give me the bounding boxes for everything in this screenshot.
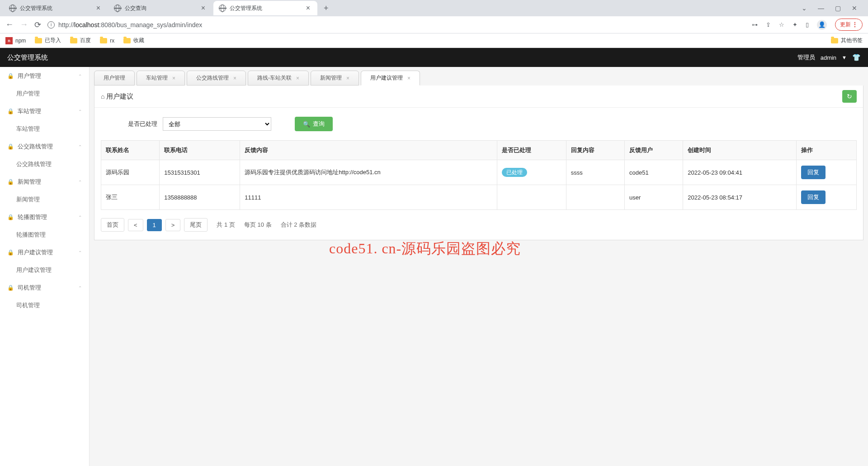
- close-icon[interactable]: ×: [233, 75, 236, 81]
- reload-icon[interactable]: ⟳: [34, 20, 41, 30]
- tab-label: 用户建议管理: [370, 74, 403, 82]
- avatar-icon[interactable]: 👤: [817, 20, 827, 30]
- chevron-down-icon[interactable]: ⌄: [802, 5, 807, 12]
- sidebar-child[interactable]: 轮播图管理: [0, 226, 89, 243]
- sidebar-child[interactable]: 用户建议管理: [0, 262, 89, 279]
- close-icon[interactable]: ×: [296, 75, 299, 81]
- globe-icon: [114, 5, 121, 12]
- folder-icon: [123, 38, 131, 43]
- extensions-icon[interactable]: ✦: [793, 21, 797, 28]
- page-next[interactable]: >: [165, 219, 181, 231]
- user-menu[interactable]: 管理员 admin ▼ 👕: [797, 53, 861, 62]
- cell-processed: 已处理: [497, 160, 566, 185]
- table-row: 张三135888888811111user2022-05-23 08:54:17…: [101, 185, 857, 210]
- refresh-button[interactable]: ↻: [842, 90, 857, 103]
- other-bookmarks[interactable]: 其他书签: [831, 37, 863, 44]
- new-tab-button[interactable]: +: [318, 4, 334, 13]
- url-text: http://localhost:8080/bus_manage_sys/adm…: [58, 21, 202, 29]
- cell-action: 回复: [797, 160, 857, 185]
- close-window-icon[interactable]: ✕: [852, 5, 857, 12]
- close-icon[interactable]: ×: [94, 4, 102, 12]
- reply-button[interactable]: 回复: [801, 190, 826, 204]
- minimize-icon[interactable]: —: [818, 5, 824, 12]
- back-icon[interactable]: ←: [5, 20, 14, 29]
- sidebar-parent[interactable]: 🔒轮播图管理⌃: [0, 208, 89, 226]
- cell-reply: ssss: [566, 160, 624, 185]
- sidebar-child[interactable]: 司机管理: [0, 297, 89, 314]
- close-icon[interactable]: ×: [199, 4, 207, 12]
- sidebar-parent[interactable]: 🔒新闻管理⌃: [0, 173, 89, 191]
- star-icon[interactable]: ☆: [779, 21, 784, 28]
- sidebar-parent[interactable]: 🔒用户管理⌃: [0, 67, 89, 85]
- tab-title: 公交查询: [125, 5, 199, 12]
- share-icon[interactable]: ⇪: [766, 21, 771, 28]
- sidebar-parent[interactable]: 🔒车站管理⌃: [0, 102, 89, 120]
- reading-list-icon[interactable]: ▯: [806, 21, 809, 28]
- page-current[interactable]: 1: [147, 219, 162, 231]
- sidebar-label: 司机管理: [18, 284, 41, 292]
- page-info: 共 1 页: [217, 221, 235, 229]
- filter-label: 是否已处理: [128, 120, 157, 128]
- watermark: code51. cn-源码乐园盗图必究: [329, 239, 521, 259]
- reply-button[interactable]: 回复: [801, 166, 826, 179]
- sidebar-parent[interactable]: 🔒公交路线管理⌃: [0, 138, 89, 156]
- filter-select[interactable]: 全部: [163, 117, 271, 131]
- sidebar-child[interactable]: 车站管理: [0, 120, 89, 138]
- table-row: 源码乐园15315315301源码乐园专注提供优质源码访问地址http://co…: [101, 160, 857, 185]
- table-header: 回复内容: [566, 141, 624, 160]
- cell-phone: 15315315301: [160, 160, 240, 185]
- close-icon[interactable]: ×: [172, 75, 175, 81]
- lock-icon: 🔒: [7, 249, 14, 256]
- key-icon[interactable]: ⊶: [752, 21, 758, 28]
- inner-tab[interactable]: 用户建议管理×: [361, 71, 420, 86]
- inner-tab[interactable]: 公交路线管理×: [187, 71, 246, 86]
- cell-name: 张三: [101, 185, 160, 210]
- tab-label: 路线-车站关联: [257, 74, 292, 82]
- content-panel: ⌂ 用户建议 ↻ 是否已处理 全部 🔍 查询 联系姓名联系电话反馈内容是否已处理…: [94, 86, 863, 240]
- bookmark-item[interactable]: 收藏: [123, 37, 144, 44]
- browser-tab[interactable]: 公交管理系统 ×: [4, 1, 108, 15]
- sidebar-child[interactable]: 公交路线管理: [0, 156, 89, 173]
- update-button[interactable]: 更新 ⋮: [835, 19, 863, 31]
- sidebar-child[interactable]: 用户管理: [0, 85, 89, 102]
- cell-created: 2022-05-23 09:04:41: [683, 160, 797, 185]
- chevron-down-icon: ▼: [842, 55, 847, 60]
- query-button[interactable]: 🔍 查询: [295, 117, 333, 131]
- maximize-icon[interactable]: ▢: [835, 5, 841, 12]
- bookmark-item[interactable]: rx: [100, 38, 114, 44]
- sidebar-parent[interactable]: 🔒司机管理⌃: [0, 279, 89, 297]
- inner-tab[interactable]: 车站管理×: [137, 71, 185, 86]
- url-box[interactable]: i http://localhost:8080/bus_manage_sys/a…: [47, 21, 745, 29]
- cell-action: 回复: [797, 185, 857, 210]
- data-table: 联系姓名联系电话反馈内容是否已处理回复内容反馈用户创建时间操作 源码乐园1531…: [101, 140, 857, 210]
- home-icon[interactable]: ⌂: [101, 93, 104, 100]
- inner-tab[interactable]: 用户管理: [94, 71, 135, 86]
- app-header: 公交管理系统 管理员 admin ▼ 👕: [0, 48, 868, 67]
- forward-icon[interactable]: →: [20, 20, 28, 29]
- lock-icon: 🔒: [7, 143, 14, 150]
- close-icon[interactable]: ×: [407, 75, 410, 81]
- cell-name: 源码乐园: [101, 160, 160, 185]
- bookmark-npm[interactable]: nnpm: [5, 37, 26, 44]
- browser-tab[interactable]: 公交查询 ×: [108, 1, 212, 15]
- address-bar: ← → ⟳ i http://localhost:8080/bus_manage…: [0, 16, 868, 33]
- sidebar-parent[interactable]: 🔒用户建议管理⌃: [0, 243, 89, 262]
- page-prev[interactable]: <: [128, 219, 143, 231]
- theme-icon[interactable]: 👕: [852, 53, 861, 62]
- sidebar-child[interactable]: 新闻管理: [0, 191, 89, 208]
- tab-strip: 公交管理系统 × 公交查询 × 公交管理系统 × + ⌄ — ▢ ✕: [0, 0, 868, 16]
- bookmark-item[interactable]: 已导入: [35, 37, 61, 44]
- info-icon[interactable]: i: [47, 21, 55, 29]
- table-header: 反馈内容: [240, 141, 497, 160]
- bookmark-item[interactable]: 百度: [70, 37, 91, 44]
- browser-tab-active[interactable]: 公交管理系统 ×: [213, 1, 317, 15]
- browser-chrome: 公交管理系统 × 公交查询 × 公交管理系统 × + ⌄ — ▢ ✕ ← → ⟳…: [0, 0, 868, 48]
- inner-tab[interactable]: 路线-车站关联×: [248, 71, 309, 86]
- page-last[interactable]: 尾页: [184, 218, 208, 232]
- close-icon[interactable]: ×: [304, 4, 312, 12]
- inner-tab[interactable]: 新闻管理×: [311, 71, 359, 86]
- status-badge: 已处理: [502, 168, 527, 177]
- page-first[interactable]: 首页: [101, 218, 124, 232]
- sidebar-label: 用户管理: [18, 72, 41, 80]
- close-icon[interactable]: ×: [346, 75, 349, 81]
